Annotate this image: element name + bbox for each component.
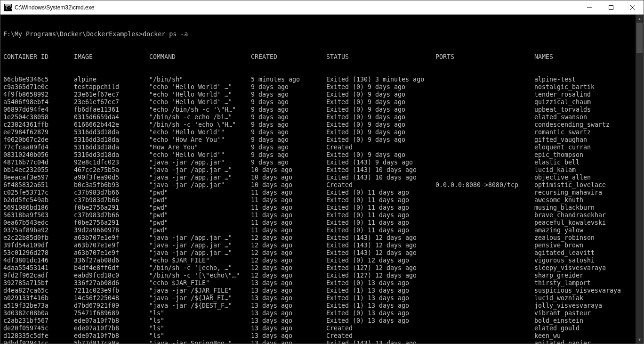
cell-command: "pwd" [149, 227, 251, 234]
cell-status: Exited (0) 9 days ago [326, 121, 435, 129]
cell-names: epic_thompson [534, 151, 583, 159]
cell-created: 13 days ago [251, 302, 326, 310]
cell-id: 9dbdf92941cc [3, 340, 74, 344]
cell-image: 5316dd3d18da [74, 151, 149, 159]
cell-command: "java -jar /${DEST_F…" [149, 302, 251, 310]
table-row: c2ab231bf567ede07a10f7b8"ls"13 days agoE… [3, 317, 642, 325]
cell-id: 6f485832a651 [3, 181, 74, 189]
cell-status: Exited (143) 10 days ago [326, 166, 435, 174]
cell-command: "echo 'Hello World' …" [149, 91, 251, 98]
cell-image: f0be2756a291 [74, 204, 149, 212]
cell-created: 12 days ago [251, 234, 326, 242]
cell-command: "java -jar /${JAR_FI…" [149, 295, 251, 302]
cell-id: d128335c5dfe [3, 332, 74, 340]
cell-command: "pwd" [149, 197, 251, 204]
cell-status: Exited (0) 9 days ago [326, 114, 435, 121]
cell-id: 392785a715bf [3, 279, 74, 287]
cell-status: Created [326, 144, 435, 151]
cell-names: nostalgic_bartik [534, 83, 595, 91]
cell-id: 48716b77c04d [3, 159, 74, 166]
minimize-button[interactable] [579, 0, 600, 15]
scroll-thumb[interactable] [636, 23, 643, 53]
table-row: f0620b67c2de5316dd3d18da"echo 'How Are Y… [3, 136, 642, 144]
cell-image: 6166662b442e [74, 121, 149, 129]
cell-names: upbeat_torvalds [534, 106, 591, 114]
cell-status: Exited (130) 3 minutes ago [326, 76, 435, 83]
cell-status: Exited (143) 9 days ago [326, 159, 435, 166]
cell-id: 66cb8e9346c5 [3, 76, 74, 83]
terminal-area[interactable]: F:\My_Programs\Docker\DockerExamples>doc… [0, 15, 644, 344]
cell-status: Exited (1) 13 days ago [326, 302, 435, 310]
cell-image: 5316dd3d18da [74, 136, 149, 144]
cell-created: 11 days ago [251, 204, 326, 212]
cell-created: 5 minutes ago [251, 76, 326, 83]
table-row: a5406f98ebf423e61ef67ec7"echo 'Hello Wor… [3, 98, 642, 106]
cell-id: c23824361ffb [3, 121, 74, 129]
cell-id: e2c22b85d0fb [3, 234, 74, 242]
cmd-icon: C:\ [4, 4, 12, 11]
scroll-down-button[interactable]: ▼ [636, 336, 644, 344]
cell-command: "/bin/sh -c echo /bi…" [149, 114, 251, 121]
cell-names: romantic_swartz [534, 129, 591, 136]
scroll-up-button[interactable]: ▲ [636, 15, 644, 23]
cell-status: Exited (127) 12 days ago [326, 264, 435, 272]
cell-names: vibrant_pasteur [534, 310, 591, 317]
close-button[interactable] [622, 0, 644, 15]
cell-names: objective_allen [534, 174, 591, 181]
cell-names: agitated_leavitt [534, 249, 595, 257]
maximize-button[interactable] [600, 0, 622, 15]
cell-status: Exited (143) 12 days ago [326, 242, 435, 249]
cell-command: "pwd" [149, 204, 251, 212]
cell-id: 39fd54a109df [3, 242, 74, 249]
hdr-names: NAMES [534, 53, 553, 61]
cell-status: Exited (0) 13 days ago [326, 310, 435, 317]
cell-names: pensive_brown [534, 242, 583, 249]
cell-command: "echo 'Hello World' …" [149, 98, 251, 106]
cell-status: Exited (0) 9 days ago [326, 98, 435, 106]
cell-id: 4df3801dc146 [3, 257, 74, 264]
cell-created: 13 days ago [251, 279, 326, 287]
cell-names: eloquent_curran [534, 144, 591, 151]
table-row: 08310240b0565316dd3d18da"echo 'Hello Wor… [3, 151, 642, 159]
cell-created: 13 days ago [251, 325, 326, 332]
cell-image: ede07a10f7b8 [74, 332, 149, 340]
hdr-image: IMAGE [74, 53, 149, 61]
cell-names: bold_einstein [534, 317, 583, 325]
cell-image: 336f27ab08d6 [74, 257, 149, 264]
cell-id: c9a365d71e0c [3, 83, 74, 91]
cell-status: Exited (0) 13 days ago [326, 279, 435, 287]
titlebar[interactable]: C:\ C:\Windows\System32\cmd.exe [0, 0, 644, 15]
cell-status: Created [326, 332, 435, 340]
cell-names: sharp_greider [534, 272, 583, 279]
cell-status: Exited (0) 9 days ago [326, 83, 435, 91]
table-row: e2c22b85d0fba63b707e1e9f"java -jar /app.… [3, 234, 642, 242]
cell-image: a63b707e1e9f [74, 249, 149, 257]
vertical-scrollbar[interactable]: ▲ ▼ [636, 15, 644, 344]
cell-command: "java -jar /app.jar …" [149, 242, 251, 249]
cell-status: Exited (0) 11 days ago [326, 212, 435, 219]
cell-status: Exited (0) 11 days ago [326, 219, 435, 227]
cell-names: musing_blackburn [534, 204, 595, 212]
cell-names: jolly_visvesvaraya [534, 302, 602, 310]
table-row: 48716b77c04d92e8c1dfc023"java -jar /app.… [3, 159, 642, 166]
cell-image: 336f27ab08d6 [74, 279, 149, 287]
cell-names: alpine-test [534, 76, 576, 83]
terminal-content: F:\My_Programs\Docker\DockerExamples>doc… [0, 15, 644, 344]
cell-status: Created [326, 325, 435, 332]
table-row: c025fe53717cc37b983d7b66"pwd"11 days ago… [3, 189, 642, 197]
cell-status: Exited (143) 10 days ago [326, 174, 435, 181]
table-row: 8eeacaf3e597a90f3fea90d5"java -jar /app.… [3, 174, 642, 181]
cell-image: 7211c023e9fb [74, 287, 149, 295]
cell-image: eabd9fcd18c0 [74, 272, 149, 279]
cell-command: "echo 'How Are You'" [149, 136, 251, 144]
cell-command: "How Are You" [149, 144, 251, 151]
cell-image: alpine [74, 76, 149, 83]
cell-status: Exited (0) 11 days ago [326, 197, 435, 204]
cell-command: "echo /bin/sh -c '\"H…" [149, 106, 251, 114]
table-row: 0ea67b543edcf0be2756a291"pwd"11 days ago… [3, 219, 642, 227]
cell-command: "echo 'Hello World' …" [149, 83, 251, 91]
table-row: c9a365d71e0ctestappchild"echo 'Hello Wor… [3, 83, 642, 91]
table-row: 0375af89ba9239d2a9660978"pwd"11 days ago… [3, 227, 642, 234]
cell-command: "java -jar /app.jar …" [149, 174, 251, 181]
hdr-ports: PORTS [435, 53, 534, 61]
